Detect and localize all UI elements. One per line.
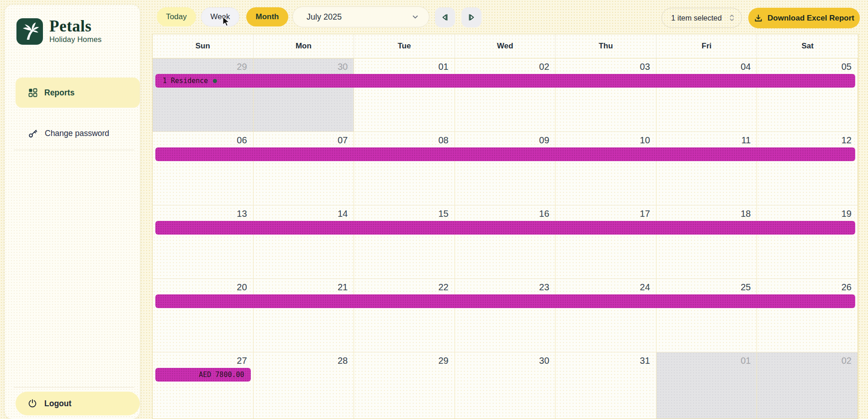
sidebar-divider-bottom: [14, 387, 134, 388]
calendar-day-cell[interactable]: 07: [254, 132, 355, 205]
calendar-day-cell[interactable]: 30: [455, 352, 556, 419]
day-header-sat: Sat: [757, 34, 858, 58]
sidebar-item-reports[interactable]: Reports: [16, 78, 140, 108]
day-number: 10: [556, 132, 656, 146]
calendar-week-2: 06070809101112: [153, 132, 858, 205]
booking-bar[interactable]: AED 7800.00: [155, 368, 251, 382]
day-number: 09: [455, 132, 556, 146]
calendar-day-cell[interactable]: 26: [757, 279, 858, 352]
grid-icon: [28, 88, 37, 97]
calendar-day-cell[interactable]: 29: [153, 58, 254, 131]
up-down-arrows-icon: [729, 14, 735, 22]
calendar-day-cell[interactable]: 31: [556, 352, 656, 419]
booking-bar[interactable]: 1 Residence: [155, 74, 855, 88]
calendar-day-cell[interactable]: 01: [656, 352, 757, 419]
calendar-day-cell[interactable]: 05: [757, 58, 858, 131]
logout-label: Logout: [44, 399, 71, 409]
calendar-day-cell[interactable]: 24: [556, 279, 656, 352]
day-number: 31: [556, 352, 656, 366]
items-select[interactable]: 1 item selected: [662, 8, 742, 28]
calendar-day-headers: SunMonTueWedThuFriSat: [153, 34, 858, 58]
booking-bar[interactable]: [155, 294, 855, 308]
day-number: 25: [656, 279, 757, 293]
day-number: 16: [455, 205, 556, 219]
booking-bar-label: 1 Residence: [163, 77, 208, 85]
previous-period-button[interactable]: [435, 7, 455, 27]
calendar-week-4: 20212223242526: [153, 279, 858, 352]
month-button[interactable]: Month: [246, 7, 288, 26]
period-select[interactable]: July 2025: [292, 6, 429, 27]
calendar-day-cell[interactable]: 19: [757, 205, 858, 278]
calendar-day-cell[interactable]: 17: [556, 205, 656, 278]
sidebar-item-change-password[interactable]: Change password: [16, 122, 140, 144]
calendar-week-1: 293001020304051 Residence: [153, 58, 858, 132]
chevron-down-icon: [412, 13, 419, 21]
day-number: 02: [455, 58, 556, 72]
day-number: 20: [153, 279, 253, 293]
sidebar: Petals Holiday Homes Reports: [5, 5, 140, 419]
calendar-day-cell[interactable]: 22: [354, 279, 455, 352]
day-number: 04: [656, 58, 757, 72]
day-number: 29: [153, 58, 253, 72]
day-header-fri: Fri: [656, 34, 757, 58]
calendar-day-cell[interactable]: 03: [556, 58, 656, 131]
booking-bar[interactable]: [155, 221, 855, 235]
calendar-day-cell[interactable]: 27: [153, 352, 254, 419]
day-number: 14: [254, 205, 354, 219]
calendar-day-cell[interactable]: 04: [656, 58, 757, 131]
download-button-label: Download Excel Report: [767, 14, 854, 23]
calendar-week-5: 27282930310102AED 7800.00: [153, 352, 858, 419]
skip-next-icon: [467, 13, 476, 22]
calendar-day-cell[interactable]: 01: [354, 58, 455, 131]
calendar-day-cell[interactable]: 11: [656, 132, 757, 205]
day-number: 18: [656, 205, 757, 219]
day-header-wed: Wed: [455, 34, 556, 58]
calendar-day-cell[interactable]: 18: [656, 205, 757, 278]
day-number: 08: [354, 132, 455, 146]
sidebar-item-label: Change password: [45, 129, 109, 138]
calendar: SunMonTueWedThuFriSat 293001020304051 Re…: [152, 34, 858, 419]
calendar-day-cell[interactable]: 30: [254, 58, 355, 131]
day-number: 06: [153, 132, 253, 146]
sidebar-item-label: Reports: [44, 88, 74, 98]
day-number: 30: [455, 352, 556, 366]
calendar-day-cell[interactable]: 10: [556, 132, 656, 205]
calendar-day-cell[interactable]: 21: [254, 279, 355, 352]
calendar-day-cell[interactable]: 29: [354, 352, 455, 419]
calendar-day-cell[interactable]: 09: [455, 132, 556, 205]
calendar-day-cell[interactable]: 02: [757, 352, 858, 419]
calendar-day-cell[interactable]: 16: [455, 205, 556, 278]
download-icon: [754, 14, 763, 23]
calendar-day-cell[interactable]: 14: [254, 205, 355, 278]
day-number: 28: [254, 352, 354, 366]
week-button[interactable]: Week: [201, 7, 239, 26]
calendar-day-cell[interactable]: 15: [354, 205, 455, 278]
calendar-day-cell[interactable]: 08: [354, 132, 455, 205]
today-button[interactable]: Today: [157, 7, 196, 26]
booking-bar-label: AED 7800.00: [199, 371, 244, 379]
day-header-thu: Thu: [556, 34, 656, 58]
calendar-day-cell[interactable]: 13: [153, 205, 254, 278]
download-excel-report-button[interactable]: Download Excel Report: [748, 8, 860, 28]
calendar-day-cell[interactable]: 28: [254, 352, 355, 419]
palm-tree-icon: [16, 18, 43, 45]
day-number: 05: [757, 58, 857, 72]
booking-bar[interactable]: [155, 147, 855, 161]
calendar-day-cell[interactable]: 12: [757, 132, 858, 205]
brand-tagline: Holiday Homes: [49, 35, 101, 44]
day-number: 24: [556, 279, 656, 293]
next-period-button[interactable]: [461, 7, 482, 27]
calendar-day-cell[interactable]: 02: [455, 58, 556, 131]
brand-name: Petals: [49, 18, 101, 35]
day-number: 29: [354, 352, 455, 366]
day-number: 22: [354, 279, 455, 293]
day-number: 07: [254, 132, 354, 146]
brand-logo: Petals Holiday Homes: [16, 18, 101, 45]
calendar-day-cell[interactable]: 06: [153, 132, 254, 205]
logout-button[interactable]: Logout: [16, 392, 140, 415]
status-dot-icon: [213, 79, 217, 83]
calendar-day-cell[interactable]: 20: [153, 279, 254, 352]
day-number: 30: [254, 58, 354, 72]
calendar-day-cell[interactable]: 25: [656, 279, 757, 352]
calendar-day-cell[interactable]: 23: [455, 279, 556, 352]
